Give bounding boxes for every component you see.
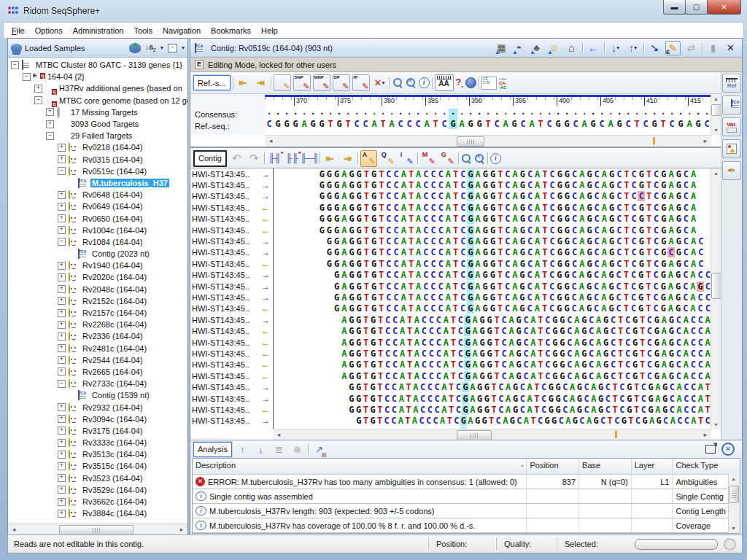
base-cell[interactable]: A [667,203,675,213]
read-sequence[interactable]: AGGTGTCCATACCCATCGAGGTCAGCATCGGCAGCAGCTC… [274,348,711,359]
base-cell[interactable]: C [384,338,392,348]
base-cell[interactable]: A [505,405,512,415]
base-cell[interactable]: T [405,394,412,404]
base-cell[interactable]: C [630,191,638,201]
base-cell[interactable]: C [526,180,533,190]
base-cell[interactable]: G [333,247,341,257]
base-cell[interactable]: G [318,169,325,179]
base-cell[interactable]: C [605,394,612,404]
base-cell[interactable]: C [504,191,511,201]
consensus-cell[interactable]: · [571,109,580,119]
base-cell[interactable]: T [363,371,370,381]
base-cell[interactable]: C [549,292,556,303]
base-cell[interactable]: C [544,371,551,381]
base-cell[interactable]: C [697,236,705,246]
read-sequence[interactable]: GAGGTGTCCATACCCATCGAGGTCAGCATCGGCAGCAGCT… [274,281,711,292]
base-cell[interactable]: G [603,349,610,359]
base-cell[interactable]: T [407,259,414,269]
base-cell[interactable]: A [400,203,407,213]
refseq-cell[interactable]: T [632,119,641,129]
contig-view-button[interactable] [722,96,741,114]
base-cell[interactable]: A [414,281,422,292]
base-cell[interactable]: G [515,349,522,359]
base-cell[interactable]: C [460,292,467,303]
base-cell[interactable]: G [479,349,486,359]
base-cell[interactable]: C [522,359,530,370]
base-cell[interactable]: G [464,315,471,325]
consensus-cell[interactable]: · [431,109,440,119]
base-cell[interactable]: T [622,303,630,314]
base-cell[interactable]: G [586,214,593,224]
base-cell[interactable]: G [464,359,471,370]
consensus-cell[interactable]: · [422,109,431,119]
base-cell[interactable]: C [460,169,467,179]
base-cell[interactable]: T [452,303,459,314]
tree-item-label[interactable]: Rv3523 (164-04) [81,474,144,483]
base-cell[interactable]: C [684,416,691,426]
base-cell[interactable]: A [441,405,448,415]
base-cell[interactable]: C [526,247,533,257]
base-cell[interactable]: A [442,359,449,370]
base-cell[interactable]: A [573,338,581,348]
base-cell[interactable]: G [653,349,660,359]
base-cell[interactable]: A [530,349,537,359]
base-cell[interactable]: G [603,359,610,370]
base-cell[interactable]: T [493,371,500,381]
expand-toggle-icon[interactable]: + [58,368,66,376]
base-cell[interactable]: G [325,180,333,190]
dp-tag-icon[interactable]: DP✎ [333,74,350,91]
base-cell[interactable]: G [348,315,355,325]
consensus-cell[interactable]: · [370,109,379,119]
base-cell[interactable]: A [398,394,405,404]
base-cell[interactable]: G [467,236,474,246]
base-cell[interactable]: A [341,203,348,213]
base-cell[interactable]: A [573,359,581,370]
base-cell[interactable]: C [430,259,437,269]
base-cell[interactable]: A [341,191,348,201]
base-cell[interactable]: G [325,169,333,179]
base-cell[interactable]: A [474,203,481,213]
analysis-row[interactable]: iSingle contig was assembledSingle Conti… [193,489,740,504]
base-cell[interactable]: T [363,315,370,325]
read-sequence[interactable]: GGTGTCCATACCCATCGAGGTCAGCATCGGCAGCAGCTCG… [274,381,711,392]
base-cell[interactable]: C [638,191,645,201]
base-cell[interactable]: T [496,270,503,280]
base-cell[interactable]: A [600,281,608,292]
base-cell[interactable]: C [392,326,399,336]
base-cell[interactable]: C [610,315,617,325]
base-cell[interactable]: C [588,371,595,381]
base-cell[interactable]: C [422,270,430,280]
read-label[interactable]: HWI-ST143:45..← [190,214,274,225]
refseq-cell[interactable]: C [440,119,449,129]
base-cell[interactable]: A [467,416,474,426]
base-cell[interactable]: C [570,292,578,303]
base-cell[interactable]: A [526,405,533,415]
base-cell[interactable]: G [551,349,559,359]
minimize-button[interactable]: ▬ [663,0,686,15]
base-cell[interactable]: C [392,270,400,280]
base-cell[interactable]: C [454,394,462,404]
base-cell[interactable]: A [341,315,348,325]
base-cell[interactable]: A [444,236,452,246]
base-cell[interactable]: A [600,236,608,246]
base-cell[interactable]: G [585,281,592,292]
base-cell[interactable]: A [341,259,348,269]
base-cell[interactable]: C [422,247,430,257]
base-cell[interactable]: A [444,203,452,213]
base-cell[interactable]: C [427,315,435,325]
refseq-cell[interactable]: A [300,119,309,129]
base-cell[interactable]: A [414,270,422,280]
base-cell[interactable]: T [493,326,500,336]
base-cell[interactable]: C [437,259,444,269]
base-cell[interactable]: C [682,169,689,179]
read-sequence[interactable]: GGTGTCCATACCCATCGAGGTCAGCATCGGCAGCAGCTCG… [274,393,711,404]
base-cell[interactable]: T [363,303,370,314]
base-cell[interactable]: C [562,382,569,392]
base-cell[interactable]: A [400,236,407,246]
base-cell[interactable]: C [593,303,600,314]
base-cell[interactable]: A [469,405,476,415]
base-cell[interactable]: C [435,359,442,370]
consensus-cell[interactable]: · [589,109,597,119]
consensus-cell[interactable]: · [440,109,449,119]
base-cell[interactable]: C [682,236,689,246]
